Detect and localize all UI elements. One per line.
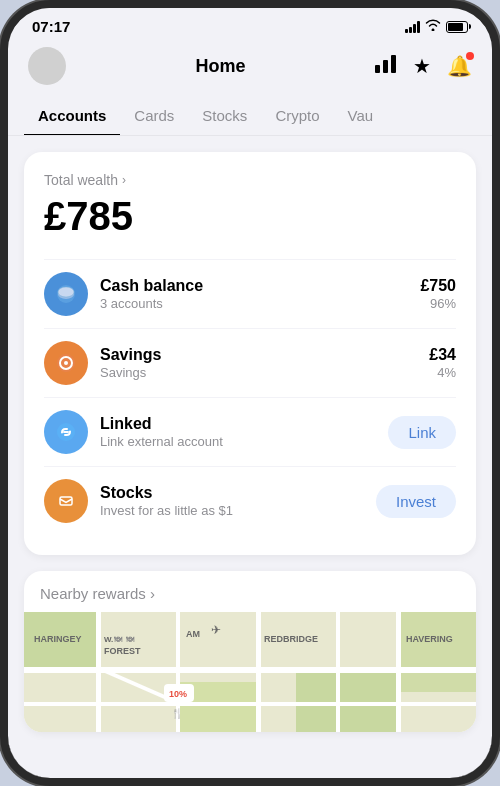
nearby-rewards-header[interactable]: Nearby rewards › (24, 571, 476, 612)
svg-rect-0 (375, 65, 380, 73)
svg-text:🍽: 🍽 (126, 635, 135, 644)
tab-vault[interactable]: Vau (334, 97, 388, 135)
status-icons (405, 19, 468, 34)
savings-sub: Savings (100, 365, 429, 380)
savings-icon (44, 341, 88, 385)
total-wealth-label[interactable]: Total wealth › (44, 172, 456, 188)
svg-rect-23 (336, 612, 340, 732)
linked-name: Linked (100, 415, 388, 433)
cash-balance-value: £750 96% (420, 277, 456, 311)
svg-rect-1 (383, 60, 388, 73)
svg-text:🍴: 🍴 (171, 707, 184, 720)
wealth-card: Total wealth › £785 Cas (24, 152, 476, 555)
avatar[interactable] (28, 47, 66, 85)
tab-cards[interactable]: Cards (120, 97, 188, 135)
cash-balance-name: Cash balance (100, 277, 420, 295)
svg-text:FOREST: FOREST (104, 646, 141, 656)
header-title: Home (195, 56, 245, 77)
svg-text:✈: ✈ (211, 623, 221, 637)
star-icon[interactable]: ★ (413, 54, 431, 78)
svg-rect-22 (256, 612, 261, 732)
svg-text:HAVERING: HAVERING (406, 634, 453, 644)
svg-rect-19 (24, 702, 476, 706)
svg-text:AM: AM (186, 629, 200, 639)
tab-accounts[interactable]: Accounts (24, 97, 120, 136)
savings-amount: £34 (429, 346, 456, 364)
cash-balance-info: Cash balance 3 accounts (100, 277, 420, 311)
svg-point-9 (64, 361, 68, 365)
status-bar: 07:17 (8, 8, 492, 39)
phone-inner: 07:17 (8, 8, 492, 778)
linked-icon (44, 410, 88, 454)
svg-text:W.: W. (104, 635, 113, 644)
cash-balance-sub: 3 accounts (100, 296, 420, 311)
status-time: 07:17 (32, 18, 70, 35)
cash-balance-percent: 96% (420, 296, 456, 311)
battery-icon (446, 21, 468, 33)
notification-dot (466, 52, 474, 60)
invest-button[interactable]: Invest (376, 485, 456, 518)
account-row-stocks: Stocks Invest for as little as $1 Invest (44, 466, 456, 535)
map-container: HARINGEY W. 🍽 🍽 FOREST AM REDBRIDGE HAVE… (24, 612, 476, 732)
cash-balance-amount: £750 (420, 277, 456, 295)
link-button[interactable]: Link (388, 416, 456, 449)
svg-text:10%: 10% (169, 689, 187, 699)
cash-balance-icon (44, 272, 88, 316)
svg-rect-24 (396, 612, 401, 732)
total-wealth-amount: £785 (44, 194, 456, 239)
svg-text:HARINGEY: HARINGEY (34, 634, 82, 644)
stocks-info: Stocks Invest for as little as $1 (100, 484, 376, 518)
header-icons: ★ 🔔 (375, 54, 472, 78)
tab-crypto[interactable]: Crypto (261, 97, 333, 135)
chart-icon[interactable] (375, 55, 397, 78)
svg-text:🍽: 🍽 (114, 635, 123, 644)
svg-rect-2 (391, 55, 396, 73)
bell-wrapper: 🔔 (447, 54, 472, 78)
stocks-name: Stocks (100, 484, 376, 502)
account-row-cash: Cash balance 3 accounts £750 96% (44, 259, 456, 328)
nav-tabs: Accounts Cards Stocks Crypto Vau (8, 97, 492, 136)
tab-stocks[interactable]: Stocks (188, 97, 261, 135)
account-row-savings: Savings Savings £34 4% (44, 328, 456, 397)
svg-rect-16 (396, 612, 476, 692)
savings-info: Savings Savings (100, 346, 429, 380)
svg-rect-18 (24, 667, 476, 673)
nearby-rewards-chevron: › (150, 585, 155, 602)
map-svg: HARINGEY W. 🍽 🍽 FOREST AM REDBRIDGE HAVE… (24, 612, 476, 732)
wifi-icon (425, 19, 441, 34)
stocks-sub: Invest for as little as $1 (100, 503, 376, 518)
svg-text:REDBRIDGE: REDBRIDGE (264, 634, 318, 644)
header: Home ★ 🔔 (8, 39, 492, 97)
linked-sub: Link external account (100, 434, 388, 449)
nearby-rewards-card: Nearby rewards › (24, 571, 476, 732)
savings-percent: 4% (429, 365, 456, 380)
svg-rect-20 (96, 612, 101, 732)
phone-frame: 07:17 (0, 0, 500, 786)
main-content: Total wealth › £785 Cas (8, 136, 492, 778)
savings-value: £34 4% (429, 346, 456, 380)
nearby-rewards-label: Nearby rewards (40, 585, 146, 602)
stocks-icon (44, 479, 88, 523)
account-row-linked: Linked Link external account Link (44, 397, 456, 466)
total-wealth-chevron: › (122, 173, 126, 187)
linked-info: Linked Link external account (100, 415, 388, 449)
signal-bars-icon (405, 21, 420, 33)
savings-name: Savings (100, 346, 429, 364)
